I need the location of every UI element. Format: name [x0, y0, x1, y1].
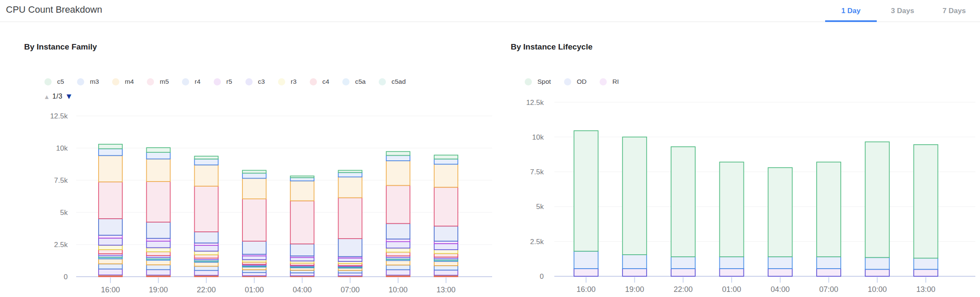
- bar-segment-m3[interactable]: [386, 155, 410, 161]
- bar-segment-c4[interactable]: [99, 250, 122, 254]
- bar-segment-RI[interactable]: [768, 269, 792, 276]
- bar-segment-c3[interactable]: [339, 258, 362, 261]
- tab-1-day[interactable]: 1 Day: [825, 0, 877, 22]
- bar-segment-m5[interactable]: [146, 182, 170, 222]
- bar-segment[interactable]: [99, 259, 122, 264]
- bar-segment-c3[interactable]: [386, 242, 410, 248]
- bar-segment-c3[interactable]: [146, 241, 170, 248]
- bar-segment-c3[interactable]: [242, 256, 266, 260]
- bar-segment-r5[interactable]: [386, 239, 410, 242]
- bar-segment-Spot[interactable]: [768, 168, 792, 257]
- bar-segment-RI[interactable]: [865, 270, 889, 276]
- bar-segment-OD[interactable]: [622, 255, 647, 269]
- bar-segment[interactable]: [195, 262, 218, 267]
- bar-segment-m3[interactable]: [242, 173, 266, 178]
- bar-segment-OD[interactable]: [720, 257, 744, 269]
- bar-segment-m4[interactable]: [99, 156, 122, 182]
- bar-segment-c5[interactable]: [290, 176, 314, 178]
- bar-segment-c5[interactable]: [146, 148, 170, 152]
- bar-segment[interactable]: [146, 265, 170, 270]
- bar-segment-r4[interactable]: [386, 223, 410, 239]
- bar-segment-c5[interactable]: [99, 144, 122, 149]
- tab-7-days[interactable]: 7 Days: [928, 0, 980, 22]
- bar-segment-c3[interactable]: [290, 257, 314, 261]
- tab-3-days[interactable]: 3 Days: [877, 0, 928, 22]
- bar-segment[interactable]: [242, 267, 266, 270]
- legend-item-c5ad[interactable]: c5ad: [379, 78, 406, 85]
- bar-segment-RI[interactable]: [574, 269, 598, 276]
- bar-segment-RI[interactable]: [817, 269, 841, 276]
- bar-segment-r5[interactable]: [146, 238, 170, 241]
- legend-item-c4[interactable]: c4: [310, 78, 329, 85]
- bar-segment-m5[interactable]: [99, 182, 122, 219]
- bar-segment-m4[interactable]: [242, 178, 266, 199]
- bar-segment-r5[interactable]: [99, 235, 122, 238]
- bar-segment-r4[interactable]: [195, 232, 218, 243]
- bar-segment[interactable]: [99, 264, 122, 269]
- legend-item-m3[interactable]: m3: [77, 78, 99, 85]
- legend-item-m5[interactable]: m5: [147, 78, 169, 85]
- bar-segment-m5[interactable]: [290, 201, 314, 244]
- legend-item-c5a[interactable]: c5a: [342, 78, 366, 85]
- bar-segment-m4[interactable]: [146, 159, 170, 182]
- bar-segment-RI[interactable]: [914, 270, 938, 276]
- bar-segment[interactable]: [386, 270, 410, 275]
- bar-segment[interactable]: [386, 265, 410, 270]
- bar-segment[interactable]: [195, 270, 218, 275]
- bar-segment-m3[interactable]: [99, 149, 122, 156]
- bar-segment-Spot[interactable]: [671, 147, 695, 257]
- bar-segment-r3[interactable]: [195, 251, 218, 255]
- bar-segment-OD[interactable]: [817, 257, 841, 269]
- bar-segment-c4[interactable]: [386, 252, 410, 256]
- bar-segment-r3[interactable]: [99, 245, 122, 250]
- bar-segment[interactable]: [290, 273, 314, 276]
- bar-segment-r4[interactable]: [434, 226, 458, 241]
- bar-segment-m5[interactable]: [434, 187, 458, 226]
- legend-item-r5[interactable]: r5: [214, 78, 232, 85]
- bar-segment-r4[interactable]: [99, 219, 122, 235]
- bar-segment[interactable]: [146, 260, 170, 265]
- bar-segment-c5[interactable]: [242, 170, 266, 173]
- bar-segment-c5[interactable]: [195, 156, 218, 159]
- bar-segment-OD[interactable]: [768, 257, 792, 269]
- legend-item-m4[interactable]: m4: [112, 78, 134, 85]
- bar-segment-c4[interactable]: [195, 255, 218, 258]
- bar-segment-Spot[interactable]: [865, 142, 889, 257]
- bar-segment-c5[interactable]: [339, 170, 362, 173]
- bar-segment-r4[interactable]: [339, 239, 362, 257]
- bar-segment-m5[interactable]: [386, 185, 410, 223]
- bar-segment-r4[interactable]: [146, 222, 170, 238]
- bar-segment[interactable]: [99, 269, 122, 275]
- bar-segment-m4[interactable]: [386, 161, 410, 185]
- bar-segment-OD[interactable]: [914, 258, 938, 269]
- bar-segment-Spot[interactable]: [720, 162, 744, 257]
- bar-segment-RI[interactable]: [622, 269, 647, 276]
- legend-item-r4[interactable]: r4: [182, 78, 201, 85]
- bar-segment[interactable]: [242, 270, 266, 273]
- bar-segment[interactable]: [195, 266, 218, 270]
- bar-segment-Spot[interactable]: [914, 145, 938, 258]
- bar-segment-c4[interactable]: [146, 252, 170, 256]
- bar-segment-RI[interactable]: [671, 269, 695, 276]
- bar-segment-m5[interactable]: [242, 199, 266, 241]
- bar-segment-m4[interactable]: [339, 177, 362, 198]
- bar-segment-Spot[interactable]: [574, 131, 598, 251]
- bar-segment-m3[interactable]: [339, 173, 362, 177]
- legend-page-down-icon[interactable]: ▼: [65, 92, 73, 101]
- bar-segment-m4[interactable]: [434, 164, 458, 187]
- bar-segment-m3[interactable]: [146, 152, 170, 159]
- bar-segment-c3[interactable]: [99, 238, 122, 245]
- bar-segment-m3[interactable]: [290, 178, 314, 181]
- bar-segment-c3[interactable]: [195, 245, 218, 251]
- legend-item-od[interactable]: OD: [564, 78, 586, 85]
- bar-segment[interactable]: [339, 273, 362, 276]
- legend-item-r3[interactable]: r3: [278, 78, 297, 85]
- bar-segment-m5[interactable]: [339, 198, 362, 239]
- bar-segment-r3[interactable]: [434, 250, 458, 253]
- bar-segment[interactable]: [434, 261, 458, 266]
- legend-item-spot[interactable]: Spot: [525, 78, 551, 85]
- legend-page-up-icon[interactable]: ▲: [44, 93, 50, 100]
- bar-segment-OD[interactable]: [671, 257, 695, 269]
- bar-segment-m4[interactable]: [195, 165, 218, 186]
- bar-segment[interactable]: [290, 270, 314, 273]
